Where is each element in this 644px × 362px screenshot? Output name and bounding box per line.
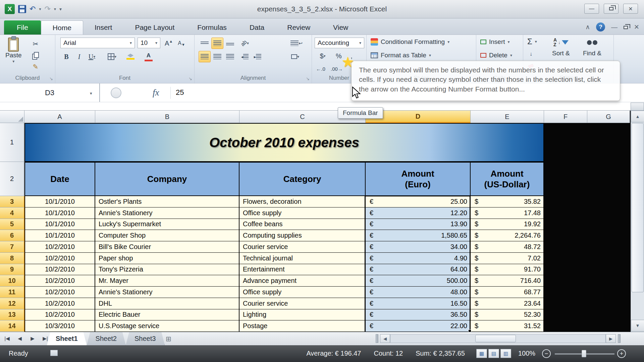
column-header-G[interactable]: G: [587, 111, 630, 123]
format-painter-button[interactable]: ✎: [30, 61, 42, 72]
increase-decimal-button[interactable]: ←.0: [315, 63, 327, 74]
column-header-B[interactable]: B: [95, 111, 239, 123]
header-cell[interactable]: Date: [24, 162, 95, 196]
cell-amount-euro[interactable]: €13.90: [366, 219, 471, 230]
align-left-button[interactable]: [199, 51, 211, 62]
cell-amount-usd[interactable]: $17.48: [471, 207, 544, 219]
zoom-out-button[interactable]: −: [542, 349, 551, 358]
cut-button[interactable]: ✂: [30, 38, 42, 50]
row-header-10[interactable]: 10: [0, 275, 24, 287]
middle-align-button[interactable]: [211, 38, 223, 49]
cell-amount-usd[interactable]: $19.92: [471, 219, 544, 230]
row-header-11[interactable]: 11: [0, 287, 24, 298]
font-name-select[interactable]: Arial▾: [60, 38, 135, 48]
h-scroll-split[interactable]: [618, 334, 621, 343]
sort-filter-button[interactable]: AZ↓ Sort &: [552, 38, 570, 57]
wrap-text-button[interactable]: ↩: [287, 38, 306, 49]
cell-amount-usd[interactable]: $7.02: [471, 253, 544, 264]
header-cell[interactable]: Amount (US-Dollar): [471, 162, 544, 196]
underline-button[interactable]: U▾: [86, 51, 98, 62]
h-scrollbar[interactable]: [390, 334, 606, 343]
tab-insert[interactable]: Insert: [83, 20, 124, 35]
cell-amount-usd[interactable]: $31.52: [471, 320, 544, 332]
fill-color-button[interactable]: [122, 51, 139, 62]
insert-cells-button[interactable]: Insert▾: [480, 38, 510, 46]
cell-date[interactable]: 10/1/2010: [24, 230, 95, 241]
v-scroll-down-button[interactable]: ▼: [631, 320, 644, 331]
cell-category[interactable]: Office supply: [239, 287, 366, 298]
cell-amount-usd[interactable]: $35.82: [471, 196, 544, 207]
maximize-button[interactable]: [604, 4, 619, 14]
orientation-button[interactable]: ab▾: [239, 38, 251, 49]
cell-amount-euro[interactable]: €48.00: [366, 287, 471, 298]
row-header-7[interactable]: 7: [0, 241, 24, 253]
italic-button[interactable]: I: [73, 51, 85, 62]
conditional-formatting-button[interactable]: Conditional Formatting▾: [371, 38, 449, 46]
help-icon[interactable]: ?: [596, 22, 605, 32]
cell-amount-usd[interactable]: $2,264.76: [471, 230, 544, 241]
insert-function-button[interactable]: fx: [153, 87, 159, 98]
h-scroll-thumb[interactable]: [475, 335, 516, 342]
cell-company[interactable]: Tony's Pizzeria: [95, 264, 239, 276]
column-header-E[interactable]: E: [471, 111, 544, 123]
cell-date[interactable]: 10/2/2010: [24, 287, 95, 298]
row-header-12[interactable]: 12: [0, 298, 24, 309]
align-bottom-button[interactable]: [224, 38, 236, 49]
name-box-arrow[interactable]: ▾: [90, 91, 92, 96]
cell-amount-euro[interactable]: €25.00: [366, 196, 471, 207]
zoom-level[interactable]: 100%: [518, 350, 535, 357]
zoom-in-button[interactable]: +: [617, 349, 626, 358]
center-button[interactable]: [211, 51, 223, 62]
column-header-A[interactable]: A: [24, 111, 95, 123]
increase-indent-button[interactable]: ▸: [252, 51, 264, 62]
fill-button[interactable]: ↓: [526, 48, 536, 60]
title-banner[interactable]: October 2010 expenses: [24, 123, 544, 162]
cell-date[interactable]: 10/1/2010: [24, 219, 95, 230]
tab-view[interactable]: View: [322, 20, 360, 35]
row-header-6[interactable]: 6: [0, 230, 24, 241]
font-color-button[interactable]: A: [141, 51, 157, 62]
cell-company[interactable]: Computer Shop: [95, 230, 239, 241]
tab-page-layout[interactable]: Page Layout: [123, 20, 186, 35]
decrease-indent-button[interactable]: ◂: [239, 51, 251, 62]
workbook-restore-button[interactable]: [624, 23, 628, 31]
cell-category[interactable]: Postage: [239, 320, 366, 332]
view-page-layout-button[interactable]: ▤: [488, 349, 499, 358]
clipboard-dialog-launcher[interactable]: ↘: [49, 76, 53, 81]
delete-cells-button[interactable]: Delete▾: [480, 52, 512, 59]
borders-button[interactable]: ▾: [104, 51, 120, 62]
tab-review[interactable]: Review: [276, 20, 322, 35]
cell-company[interactable]: Annie's Stationery: [95, 287, 239, 298]
cell-amount-euro[interactable]: €4.90: [366, 253, 471, 264]
h-scroll-left-button[interactable]: ◀: [380, 334, 390, 343]
sheet-tab-sheet2[interactable]: Sheet2: [87, 332, 126, 345]
v-scroll-split-button[interactable]: [631, 103, 644, 111]
bold-button[interactable]: B: [60, 51, 72, 62]
cell-category[interactable]: Technical journal: [239, 253, 366, 264]
tab-data[interactable]: Data: [238, 20, 276, 35]
workbook-minimize-button[interactable]: —: [611, 23, 618, 31]
row-header-9[interactable]: 9: [0, 264, 24, 276]
alignment-dialog-launcher[interactable]: ↘: [306, 76, 310, 81]
sheet-nav-first-button[interactable]: |◀: [3, 334, 11, 343]
accounting-format-button[interactable]: $▾: [315, 50, 331, 62]
shrink-font-button[interactable]: A▼: [175, 38, 187, 49]
font-dialog-launcher[interactable]: ↘: [189, 76, 192, 81]
header-cell[interactable]: Category: [239, 162, 366, 196]
cell-category[interactable]: Coffee beans: [239, 219, 366, 230]
cell-date[interactable]: 10/2/2010: [24, 264, 95, 276]
view-normal-button[interactable]: ▦: [476, 349, 487, 358]
merge-center-button[interactable]: ▾: [284, 51, 306, 62]
column-header-F[interactable]: F: [544, 111, 587, 123]
cell-amount-euro[interactable]: €64.00: [366, 264, 471, 276]
number-format-select[interactable]: Accounting▾: [315, 38, 364, 48]
sheet-tab-sheet1[interactable]: Sheet1: [47, 332, 87, 345]
format-as-table-button[interactable]: Format as Table▾: [371, 52, 431, 59]
view-page-break-button[interactable]: ▥: [500, 349, 511, 358]
cell-company[interactable]: Bill's Bike Courier: [95, 241, 239, 253]
cell-amount-euro[interactable]: €1,580.65: [366, 230, 471, 241]
cell-company[interactable]: Paper shop: [95, 253, 239, 264]
tab-formulas[interactable]: Formulas: [186, 20, 238, 35]
cell-category[interactable]: Courier service: [239, 241, 366, 253]
grow-font-button[interactable]: A▲: [163, 38, 175, 49]
